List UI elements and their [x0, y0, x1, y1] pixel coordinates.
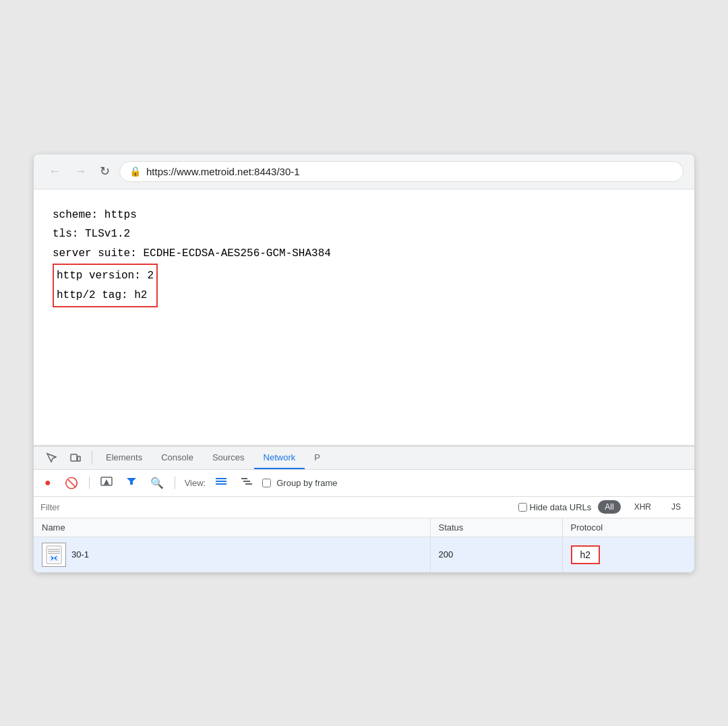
- forward-button[interactable]: →: [70, 162, 90, 181]
- table-cell-status: 200: [430, 537, 562, 572]
- tab-divider: [92, 451, 92, 464]
- clear-button[interactable]: 🚫: [61, 474, 82, 492]
- toolbar-divider-2: [175, 477, 175, 489]
- record-button[interactable]: ●: [40, 474, 55, 491]
- filter-js-button[interactable]: JS: [665, 500, 688, 514]
- page-content: scheme: https tls: TLSv1.2 server suite:…: [34, 189, 694, 446]
- inspect-element-button[interactable]: [39, 447, 63, 468]
- list-view-button[interactable]: [211, 474, 231, 491]
- filter-xhr-button[interactable]: XHR: [628, 500, 658, 514]
- svg-rect-0: [71, 454, 77, 461]
- filter-bar: Hide data URLs All XHR JS: [34, 497, 694, 518]
- hide-data-urls: Hide data URLs: [518, 502, 592, 512]
- filter-button[interactable]: [122, 474, 141, 491]
- resource-name: 30-1: [71, 549, 89, 559]
- group-by-frame-label: Group by frame: [276, 478, 337, 488]
- network-toolbar: ● 🚫 🔍 View:: [34, 470, 694, 497]
- content-line-2: tls: TLSv1.2: [53, 224, 675, 244]
- content-line-5: http/2 tag: h2: [57, 286, 154, 305]
- svg-rect-14: [49, 555, 59, 562]
- col-header-protocol: Protocol: [562, 518, 694, 537]
- search-button[interactable]: 🔍: [146, 474, 168, 492]
- browser-window: ← → ↻ 🔒 https://www.metroid.net:8443/30-…: [34, 154, 694, 572]
- group-by-frame-checkbox[interactable]: [262, 479, 271, 487]
- devtools-tabs: Elements Console Sources Network P: [34, 447, 694, 470]
- screenshot-button[interactable]: [96, 474, 117, 491]
- filter-input[interactable]: [40, 500, 512, 515]
- url-bar[interactable]: 🔒 https://www.metroid.net:8443/30-1: [119, 161, 684, 182]
- highlighted-content: http version: 2 http/2 tag: h2: [53, 264, 158, 308]
- content-line-4: http version: 2: [57, 266, 154, 286]
- name-cell: 30-1: [42, 543, 422, 567]
- table-row[interactable]: 30-1 200 h2: [34, 537, 694, 572]
- back-button[interactable]: ←: [44, 162, 65, 181]
- hide-data-urls-checkbox[interactable]: [518, 503, 527, 512]
- waterfall-view-button[interactable]: [237, 474, 257, 491]
- resource-icon-inner: [46, 545, 62, 564]
- toolbar-divider-1: [89, 477, 90, 489]
- url-text: https://www.metroid.net:8443/30-1: [146, 166, 300, 177]
- tab-console[interactable]: Console: [152, 447, 203, 469]
- tab-elements[interactable]: Elements: [96, 447, 152, 469]
- tab-network[interactable]: Network: [254, 447, 305, 469]
- reload-button[interactable]: ↻: [96, 161, 114, 181]
- svg-rect-1: [78, 456, 80, 461]
- content-line-3: server suite: ECDHE-ECDSA-AES256-GCM-SHA…: [53, 244, 675, 264]
- device-toolbar-button[interactable]: [63, 447, 88, 468]
- col-header-name: Name: [34, 518, 430, 537]
- tab-p[interactable]: P: [305, 447, 330, 469]
- table-cell-name: 30-1: [34, 537, 430, 572]
- view-label: View:: [185, 478, 206, 488]
- content-line-1: scheme: https: [53, 206, 675, 225]
- table-cell-protocol: h2: [562, 537, 694, 572]
- network-table: Name Status Protocol: [34, 518, 694, 572]
- svg-marker-3: [104, 479, 109, 485]
- resource-icon: [42, 543, 66, 567]
- devtools-panel: Elements Console Sources Network P ● 🚫: [34, 446, 694, 572]
- col-header-status: Status: [430, 518, 562, 537]
- address-bar: ← → ↻ 🔒 https://www.metroid.net:8443/30-…: [34, 154, 694, 189]
- filter-all-button[interactable]: All: [598, 500, 620, 514]
- hide-data-urls-label: Hide data URLs: [530, 502, 592, 512]
- table-header-row: Name Status Protocol: [34, 518, 694, 537]
- lock-icon: 🔒: [129, 166, 141, 177]
- tab-sources[interactable]: Sources: [203, 447, 254, 469]
- h2-protocol-badge: h2: [571, 545, 601, 564]
